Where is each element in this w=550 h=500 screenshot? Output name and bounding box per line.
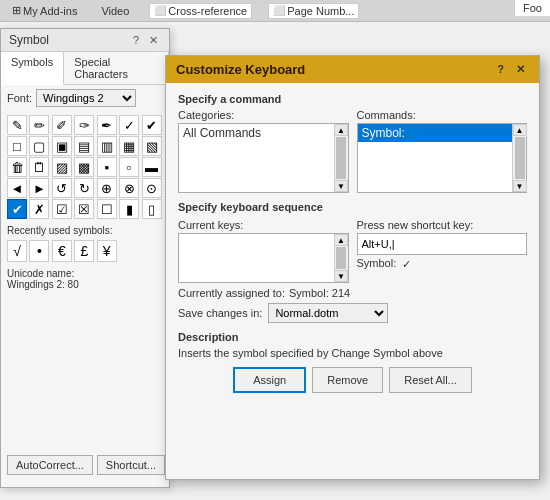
- symbol-cell[interactable]: ▥: [97, 136, 117, 156]
- symbol-cell[interactable]: ▦: [119, 136, 139, 156]
- command-symbol[interactable]: Symbol:: [358, 124, 513, 142]
- symbol-cell[interactable]: ☑: [52, 199, 72, 219]
- symbol-cell[interactable]: ▢: [29, 136, 49, 156]
- symbol-cell[interactable]: ⊕: [97, 178, 117, 198]
- symbol-cell[interactable]: ⊙: [142, 178, 162, 198]
- cross-ref-label: Cross-reference: [168, 5, 247, 17]
- symbol-cell[interactable]: ▯: [142, 199, 162, 219]
- symbol-cell[interactable]: ▬: [142, 157, 162, 177]
- tab-symbols[interactable]: Symbols: [1, 52, 64, 85]
- symbol-cell[interactable]: ▫: [119, 157, 139, 177]
- symbol-cell[interactable]: ▤: [74, 136, 94, 156]
- commands-scrollbar: ▲ ▼: [512, 124, 526, 192]
- customize-help-button[interactable]: ?: [493, 63, 508, 76]
- current-keys-list-content: [179, 234, 334, 282]
- symbol-cell[interactable]: ◄: [7, 178, 27, 198]
- categories-scrollbar: ▲ ▼: [334, 124, 348, 192]
- recent-symbol-yen[interactable]: ¥: [97, 240, 117, 262]
- current-keys-listbox[interactable]: ▲ ▼: [178, 233, 349, 283]
- assigned-value: Symbol: 214: [289, 287, 350, 299]
- symbol-cell[interactable]: ✐: [52, 115, 72, 135]
- page-number-item[interactable]: ⬜ Page Numb...: [268, 3, 359, 19]
- scroll-up-arrow[interactable]: ▲: [513, 124, 527, 136]
- add-ins-label: My Add-ins: [23, 5, 77, 17]
- symbol-tabs: Symbols Special Characters: [1, 52, 169, 85]
- symbol-close-button[interactable]: ✕: [146, 34, 161, 47]
- top-toolbar: ⊞ My Add-ins Video ⬜ Cross-reference ⬜ P…: [0, 0, 550, 22]
- symbol-cell[interactable]: ▮: [119, 199, 139, 219]
- description-label: Description: [178, 331, 527, 343]
- symbol-cell[interactable]: ▩: [74, 157, 94, 177]
- symbol-title-bar: Symbol ? ✕: [1, 29, 169, 52]
- shortcut-key-input[interactable]: [357, 233, 528, 255]
- symbol-cell[interactable]: ▨: [52, 157, 72, 177]
- page-num-icon: ⬜: [273, 5, 285, 16]
- categories-list-content: All Commands: [179, 124, 334, 192]
- video-item[interactable]: Video: [97, 4, 133, 18]
- recently-used-label: Recently used symbols:: [1, 223, 169, 238]
- category-all-commands[interactable]: All Commands: [179, 124, 334, 142]
- scroll-up-arrow[interactable]: ▲: [334, 124, 348, 136]
- commands-column: Commands: Symbol: ▲ ▼: [357, 109, 528, 193]
- symbol-cell[interactable]: ▧: [142, 136, 162, 156]
- recently-used-grid: √ • € £ ¥: [1, 238, 169, 264]
- reset-all-button[interactable]: Reset All...: [389, 367, 472, 393]
- symbol-cell[interactable]: ✏: [29, 115, 49, 135]
- tab-special-characters[interactable]: Special Characters: [64, 52, 169, 84]
- symbol-cell[interactable]: 🗑: [7, 157, 27, 177]
- symbol-cell[interactable]: ✒: [97, 115, 117, 135]
- add-ins-item[interactable]: ⊞ My Add-ins: [8, 3, 81, 18]
- assign-button[interactable]: Assign: [233, 367, 306, 393]
- cross-reference-item[interactable]: ⬜ Cross-reference: [149, 3, 252, 19]
- symbol-cell[interactable]: ⊗: [119, 178, 139, 198]
- symbol-cell[interactable]: ▪: [97, 157, 117, 177]
- recent-symbol-bullet[interactable]: •: [29, 240, 49, 262]
- font-section: Font: Wingdings 2: [1, 85, 169, 111]
- scroll-down-arrow[interactable]: ▼: [334, 270, 348, 282]
- symbol-dialog: Symbol ? ✕ Symbols Special Characters Fo…: [0, 28, 170, 488]
- symbol-cell[interactable]: ✓: [119, 115, 139, 135]
- remove-button[interactable]: Remove: [312, 367, 383, 393]
- save-changes-select[interactable]: Normal.dotm: [268, 303, 388, 323]
- commands-label: Commands:: [357, 109, 528, 121]
- font-select[interactable]: Wingdings 2: [36, 89, 136, 107]
- customize-close-button[interactable]: ✕: [512, 63, 529, 76]
- symbol-cell[interactable]: ✑: [74, 115, 94, 135]
- unicode-value: Wingdings 2: 80: [7, 279, 163, 290]
- foo-tab: Foo: [514, 0, 550, 16]
- autocorrect-button[interactable]: AutoCorrect...: [7, 455, 93, 475]
- symbol-cell[interactable]: ↺: [52, 178, 72, 198]
- recent-symbol-pound[interactable]: £: [74, 240, 94, 262]
- symbol-cell-selected[interactable]: ✔: [7, 199, 27, 219]
- categories-listbox[interactable]: All Commands ▲ ▼: [178, 123, 349, 193]
- customize-body: Specify a command Categories: All Comman…: [166, 83, 539, 403]
- categories-column: Categories: All Commands ▲ ▼: [178, 109, 349, 193]
- symbol-cell[interactable]: ☒: [74, 199, 94, 219]
- commands-listbox[interactable]: Symbol: ▲ ▼: [357, 123, 528, 193]
- save-changes-label: Save changes in:: [178, 307, 262, 319]
- shortcut-button[interactable]: Shortcut...: [97, 455, 165, 475]
- unicode-section: Unicode name: Wingdings 2: 80: [1, 264, 169, 294]
- recent-symbol-euro[interactable]: €: [52, 240, 72, 262]
- symbol-cell[interactable]: 🗒: [29, 157, 49, 177]
- symbol-cell[interactable]: ↻: [74, 178, 94, 198]
- assigned-row: Currently assigned to: Symbol: 214: [178, 287, 527, 299]
- symbol-cell[interactable]: ✗: [29, 199, 49, 219]
- symbol-cell[interactable]: ✔: [142, 115, 162, 135]
- scroll-up-arrow[interactable]: ▲: [334, 234, 348, 246]
- specify-command-label: Specify a command: [178, 93, 527, 105]
- scroll-down-arrow[interactable]: ▼: [513, 180, 527, 192]
- scroll-thumb: [515, 137, 525, 179]
- bottom-buttons: Assign Remove Reset All...: [178, 367, 527, 393]
- add-ins-icon: ⊞: [12, 4, 21, 17]
- symbol-cell[interactable]: □: [7, 136, 27, 156]
- symbol-cell[interactable]: ▣: [52, 136, 72, 156]
- symbol-cell[interactable]: ☐: [97, 199, 117, 219]
- symbol-help-button[interactable]: ?: [130, 34, 142, 47]
- scroll-down-arrow[interactable]: ▼: [334, 180, 348, 192]
- recent-symbol-sqrt[interactable]: √: [7, 240, 27, 262]
- symbol-cell[interactable]: ✎: [7, 115, 27, 135]
- symbol-cell[interactable]: ►: [29, 178, 49, 198]
- scroll-thumb: [336, 137, 346, 179]
- symbol-check: ✓: [402, 258, 411, 271]
